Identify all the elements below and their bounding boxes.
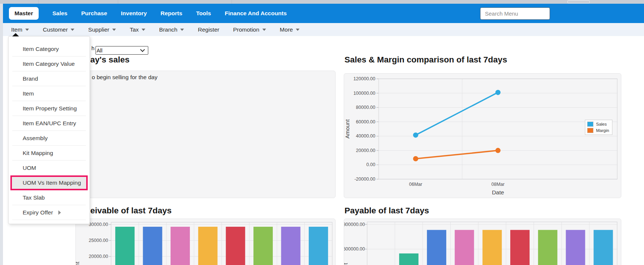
dropdown-caret-up-icon <box>12 33 19 36</box>
begin-selling-message: o begin selling for the day <box>92 74 158 81</box>
menu-item-kit-mapping[interactable]: Kit Mapping <box>9 146 90 161</box>
expiry-offer-label: Expiry Offer <box>23 209 53 216</box>
svg-text:80000.00: 80000.00 <box>356 105 375 110</box>
subnav-supplier[interactable]: Supplier <box>88 26 116 33</box>
subnav-supplier-label: Supplier <box>88 26 109 33</box>
subnav-more[interactable]: More <box>280 26 300 33</box>
menu-item-tax-slab[interactable]: Tax Slab <box>9 190 90 205</box>
menu-item-expiry-offer[interactable]: Expiry Offer <box>9 205 90 220</box>
menu-item-item-ean-upc-entry[interactable]: Item EAN/UPC Entry <box>9 116 90 131</box>
subnav-branch-label: Branch <box>159 26 177 33</box>
legend-item-sales[interactable]: Sales <box>587 122 609 127</box>
svg-text:20000.00: 20000.00 <box>89 254 108 259</box>
svg-text:06Mar: 06Mar <box>409 182 422 187</box>
payable-title: Payable of last 7days <box>344 206 429 216</box>
chevron-down-icon <box>25 29 29 31</box>
svg-text:0.00: 0.00 <box>366 162 375 167</box>
menu-item-brand[interactable]: Brand <box>9 71 90 86</box>
svg-text:Date: Date <box>492 189 504 195</box>
subnav-tax-label: Tax <box>130 26 139 33</box>
subnav-register[interactable]: Register <box>198 26 219 33</box>
submenu-arrow-right-icon <box>58 210 61 215</box>
menu-item-item-category-value[interactable]: Item Category Value <box>9 56 90 71</box>
menu-item-assembly[interactable]: Assembly <box>9 131 90 146</box>
svg-text:800000.00: 800000.00 <box>344 222 365 227</box>
chevron-down-icon <box>142 29 145 31</box>
subnav-customer-label: Customer <box>43 26 68 33</box>
legend-label: Sales <box>596 122 607 126</box>
subnav-branch[interactable]: Branch <box>159 26 184 33</box>
subnav-item-label: Item <box>11 26 22 33</box>
dashboard-screen: Master Sales Purchase Inventory Reports … <box>0 0 644 265</box>
menu-item-uom-vs-item-mapping[interactable]: UOM Vs Item Mapping <box>10 175 88 190</box>
legend-label: Margin <box>596 128 609 133</box>
todays-sales-title: ay's sales <box>90 55 129 65</box>
payable-bar-chart: 800000.00600000.00400000.00200000.000.00… <box>344 219 622 265</box>
browser-strip <box>0 0 644 4</box>
svg-text:25000.00: 25000.00 <box>89 238 108 243</box>
todays-sales-card: o begin selling for the day <box>75 71 336 198</box>
chevron-down-icon <box>296 29 300 31</box>
item-dropdown-menu: Item Category Item Category Value Brand … <box>8 36 90 224</box>
sales-margin-title: Sales & Margin comparison of last 7days <box>344 55 507 65</box>
legend-swatch <box>587 122 593 127</box>
svg-text:40000.00: 40000.00 <box>356 133 375 139</box>
svg-text:Amount: Amount <box>76 261 80 265</box>
sub-nav-bar: Item Customer Supplier Tax Branch Regist… <box>3 23 644 36</box>
strip-divider <box>232 0 232 4</box>
chart-legend: SalesMargin <box>585 120 612 135</box>
receivable-chart-card: 30000.0025000.0020000.0015000.0010000.00… <box>75 219 336 265</box>
receivable-bar-chart: 30000.0025000.0020000.0015000.0010000.00… <box>76 219 336 265</box>
subnav-promotion[interactable]: Promotion <box>233 26 266 33</box>
search-menu-input[interactable] <box>480 7 550 20</box>
subnav-register-label: Register <box>198 26 219 33</box>
page-left-gutter <box>0 4 3 265</box>
subnav-more-label: More <box>280 26 293 33</box>
tab-tools[interactable]: Tools <box>196 10 211 17</box>
subnav-item[interactable]: Item <box>11 26 29 33</box>
chevron-down-icon <box>180 29 184 31</box>
subnav-customer[interactable]: Customer <box>43 26 74 33</box>
tab-reports[interactable]: Reports <box>161 10 182 17</box>
subnav-promotion-label: Promotion <box>233 26 259 33</box>
svg-text:Amount: Amount <box>344 263 349 265</box>
tab-inventory[interactable]: Inventory <box>121 10 147 17</box>
svg-text:08Mar: 08Mar <box>491 182 504 187</box>
payable-chart-card: 800000.00600000.00400000.00200000.000.00… <box>344 219 621 265</box>
strip-box <box>567 0 590 3</box>
subnav-tax[interactable]: Tax <box>130 26 145 33</box>
search-menu-wrap <box>480 7 550 20</box>
svg-text:600000.00: 600000.00 <box>344 246 365 252</box>
filter-select-wrap: All <box>96 46 148 55</box>
sales-margin-chart-card: -20000.000.0020000.0040000.0060000.00800… <box>344 73 621 198</box>
strip-divider <box>38 0 39 4</box>
svg-text:60000.00: 60000.00 <box>356 119 375 125</box>
tab-purchase[interactable]: Purchase <box>81 10 107 17</box>
menu-item-item[interactable]: Item <box>9 86 90 101</box>
legend-item-margin[interactable]: Margin <box>587 128 609 133</box>
filter-select[interactable]: All <box>96 46 148 55</box>
svg-text:20000.00: 20000.00 <box>356 148 375 153</box>
chevron-down-icon <box>71 29 74 31</box>
search-with-label-fragment: h <box>91 45 94 51</box>
chevron-down-icon <box>262 29 266 31</box>
svg-text:100000.00: 100000.00 <box>353 91 375 96</box>
svg-text:Amount: Amount <box>344 119 350 139</box>
svg-text:120000.00: 120000.00 <box>353 76 375 81</box>
menu-item-item-property-setting[interactable]: Item Property Setting <box>9 101 90 116</box>
tab-finance-and-accounts[interactable]: Finance And Accounts <box>225 10 287 17</box>
strip-divider <box>118 0 118 4</box>
legend-swatch <box>587 128 593 133</box>
menu-item-uom[interactable]: UOM <box>9 161 90 175</box>
svg-text:-20000.00: -20000.00 <box>355 177 375 182</box>
receivable-title: eivable of last 7days <box>90 206 172 216</box>
chevron-down-icon <box>112 29 116 31</box>
menu-item-item-category[interactable]: Item Category <box>9 42 90 56</box>
sales-margin-line-chart: -20000.000.0020000.0040000.0060000.00800… <box>344 74 622 198</box>
tab-sales[interactable]: Sales <box>52 10 68 17</box>
tab-master[interactable]: Master <box>9 7 39 20</box>
svg-text:30000.00: 30000.00 <box>89 222 108 227</box>
